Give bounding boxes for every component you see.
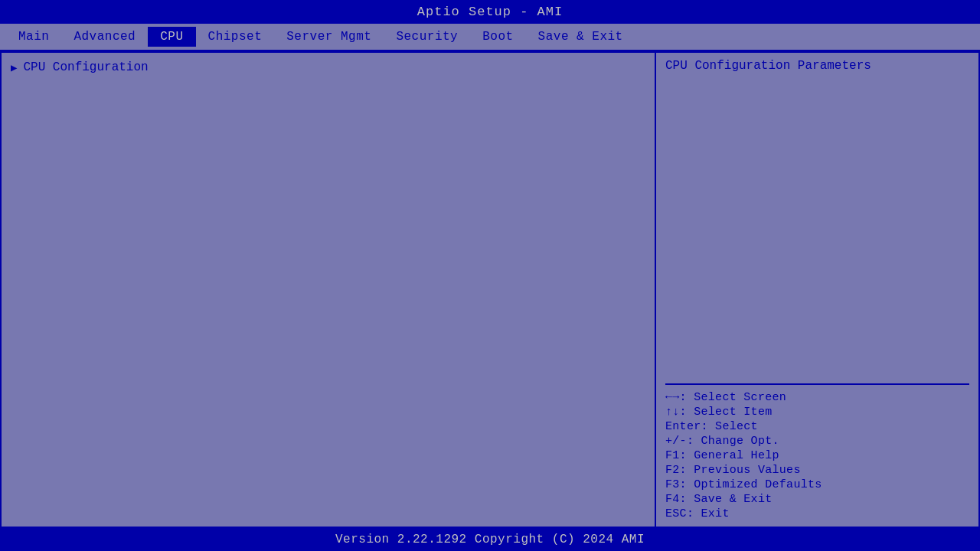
key-hint-: ↑↓: Select Item (665, 406, 969, 419)
key-hint-esc: ESC: Exit (665, 507, 969, 520)
nav-item-security[interactable]: Security (384, 27, 470, 47)
menu-arrow-icon: ▶ (11, 61, 17, 74)
key-hint-f4: F4: Save & Exit (665, 493, 969, 506)
nav-item-server-mgmt[interactable]: Server Mgmt (274, 27, 384, 47)
key-hint-: +/-: Change Opt. (665, 435, 969, 448)
key-hints: ←→: Select Screen↑↓: Select ItemEnter: S… (665, 391, 969, 520)
title-bar: Aptio Setup - AMI (0, 0, 980, 24)
nav-item-save-and-exit[interactable]: Save & Exit (526, 27, 635, 47)
menu-item-label: CPU Configuration (23, 60, 148, 74)
app-title: Aptio Setup - AMI (417, 5, 563, 19)
key-hint-: ←→: Select Screen (665, 391, 969, 404)
nav-item-cpu[interactable]: CPU (148, 27, 195, 47)
nav-item-advanced[interactable]: Advanced (61, 27, 148, 47)
main-content: ▶CPU Configuration CPU Configuration Par… (0, 51, 980, 528)
nav-item-chipset[interactable]: Chipset (196, 27, 275, 47)
nav-item-boot[interactable]: Boot (470, 27, 525, 47)
key-hint-f1: F1: General Help (665, 449, 969, 462)
help-title: CPU Configuration Parameters (665, 59, 969, 73)
help-divider (665, 383, 969, 385)
menu-item-cpu-configuration[interactable]: ▶CPU Configuration (8, 59, 648, 76)
left-panel: ▶CPU Configuration (2, 53, 656, 527)
key-hint-f3: F3: Optimized Defaults (665, 478, 969, 491)
key-hint-f2: F2: Previous Values (665, 464, 969, 477)
footer-text: Version 2.22.1292 Copyright (C) 2024 AMI (335, 533, 645, 546)
right-panel: CPU Configuration Parameters ←→: Select … (656, 53, 978, 527)
footer: Version 2.22.1292 Copyright (C) 2024 AMI (0, 528, 980, 551)
nav-item-main[interactable]: Main (6, 27, 61, 47)
nav-bar: MainAdvancedCPUChipsetServer MgmtSecurit… (0, 24, 980, 51)
app: Aptio Setup - AMI MainAdvancedCPUChipset… (0, 0, 980, 551)
key-hint-enter: Enter: Select (665, 420, 969, 433)
